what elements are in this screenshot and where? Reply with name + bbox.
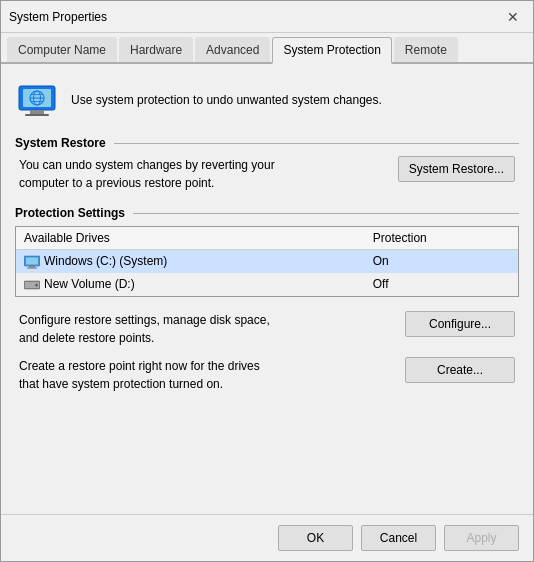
system-restore-section: System Restore You can undo system chang… (15, 136, 519, 192)
system-icon (15, 78, 59, 122)
drives-table-container: Available Drives Protection Windows (C:)… (15, 226, 519, 297)
table-row[interactable]: New Volume (D:)Off (16, 273, 518, 296)
tab-hardware[interactable]: Hardware (119, 37, 193, 62)
apply-button[interactable]: Apply (444, 525, 519, 551)
tab-remote[interactable]: Remote (394, 37, 458, 62)
svg-rect-11 (29, 266, 35, 268)
window-title: System Properties (9, 10, 107, 24)
tab-advanced[interactable]: Advanced (195, 37, 270, 62)
svg-rect-3 (25, 114, 49, 116)
system-restore-body: You can undo system changes by reverting… (15, 156, 519, 192)
col-available-drives: Available Drives (16, 227, 365, 250)
tab-content: Use system protection to undo unwanted s… (1, 64, 533, 514)
title-bar: System Properties ✕ (1, 1, 533, 33)
drives-table: Available Drives Protection Windows (C:)… (16, 227, 518, 296)
protection-settings-title: Protection Settings (15, 206, 519, 220)
tab-system-protection[interactable]: System Protection (272, 37, 391, 64)
svg-point-15 (35, 283, 38, 286)
configure-row: Configure restore settings, manage disk … (15, 311, 519, 347)
footer: OK Cancel Apply (1, 514, 533, 561)
system-properties-window: System Properties ✕ Computer Name Hardwa… (0, 0, 534, 562)
ok-button[interactable]: OK (278, 525, 353, 551)
configure-button[interactable]: Configure... (405, 311, 515, 337)
drive-name-cell: Windows (C:) (System) (16, 250, 365, 273)
create-button[interactable]: Create... (405, 357, 515, 383)
svg-rect-12 (27, 267, 37, 268)
system-restore-description: You can undo system changes by reverting… (19, 156, 279, 192)
tabs-container: Computer Name Hardware Advanced System P… (1, 33, 533, 64)
table-row[interactable]: Windows (C:) (System)On (16, 250, 518, 273)
protection-settings-section: Protection Settings Available Drives Pro… (15, 206, 519, 297)
create-row: Create a restore point right now for the… (15, 357, 519, 393)
protection-status-cell: On (365, 250, 518, 273)
drive-name-cell: New Volume (D:) (16, 273, 365, 296)
col-protection: Protection (365, 227, 518, 250)
info-description: Use system protection to undo unwanted s… (71, 93, 382, 107)
create-description: Create a restore point right now for the… (19, 357, 279, 393)
protection-status-cell: Off (365, 273, 518, 296)
tab-computer-name[interactable]: Computer Name (7, 37, 117, 62)
cancel-button[interactable]: Cancel (361, 525, 436, 551)
system-restore-button[interactable]: System Restore... (398, 156, 515, 182)
svg-rect-10 (26, 257, 38, 264)
system-restore-title: System Restore (15, 136, 519, 150)
svg-rect-2 (30, 110, 44, 114)
configure-description: Configure restore settings, manage disk … (19, 311, 279, 347)
table-header-row: Available Drives Protection (16, 227, 518, 250)
close-button[interactable]: ✕ (501, 5, 525, 29)
info-row: Use system protection to undo unwanted s… (15, 78, 519, 122)
